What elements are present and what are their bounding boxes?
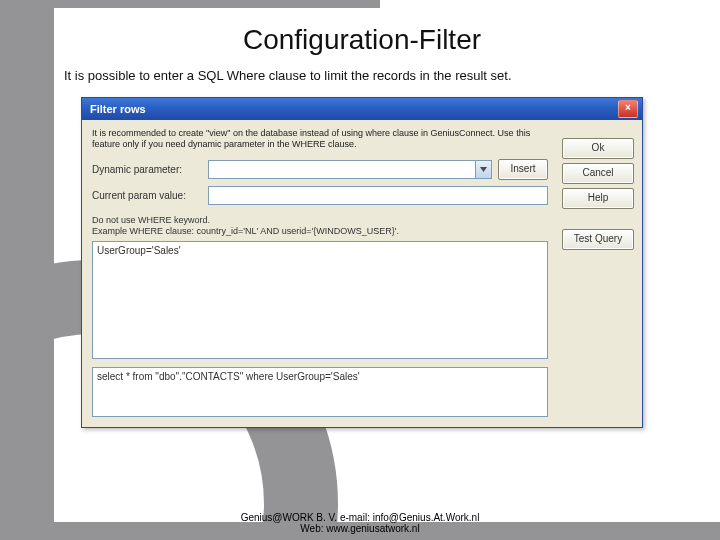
close-icon: × [625, 102, 631, 113]
dynamic-parameter-combo[interactable] [208, 160, 492, 179]
where-clause-textarea[interactable]: UserGroup='Sales' [92, 241, 548, 359]
dialog-title: Filter rows [90, 103, 146, 115]
dialog-titlebar[interactable]: Filter rows × [82, 98, 642, 120]
slide-footer: Genius@WORK B. V. e-mail: info@Genius.At… [0, 512, 720, 534]
note-line-1: Do not use WHERE keyword. [92, 215, 548, 226]
query-preview-text: select * from "dbo"."CONTACTS" where Use… [97, 371, 360, 382]
page-description: It is possible to enter a SQL Where clau… [64, 68, 660, 83]
where-clause-text: UserGroup='Sales' [97, 245, 181, 256]
where-note: Do not use WHERE keyword. Example WHERE … [92, 215, 548, 238]
page-title: Configuration-Filter [64, 24, 660, 56]
insert-button[interactable]: Insert [498, 159, 548, 180]
dropdown-button[interactable] [475, 161, 491, 178]
dynamic-parameter-label: Dynamic parameter: [92, 164, 202, 175]
current-param-input[interactable] [208, 186, 548, 205]
cancel-button[interactable]: Cancel [562, 163, 634, 184]
test-query-button[interactable]: Test Query [562, 229, 634, 250]
close-button[interactable]: × [618, 100, 638, 118]
footer-line-2: Web: www.geniusatwork.nl [0, 523, 720, 534]
ok-button[interactable]: Ok [562, 138, 634, 159]
filter-dialog: Filter rows × Ok Cancel Help Test Query … [81, 97, 643, 428]
chevron-down-icon [480, 167, 487, 172]
note-line-2: Example WHERE clause: country_id='NL' AN… [92, 226, 548, 237]
dialog-hint: It is recommended to create "view" on th… [92, 128, 548, 151]
footer-line-1: Genius@WORK B. V. e-mail: info@Genius.At… [0, 512, 720, 523]
current-param-label: Current param value: [92, 190, 202, 201]
query-preview: select * from "dbo"."CONTACTS" where Use… [92, 367, 548, 417]
help-button[interactable]: Help [562, 188, 634, 209]
